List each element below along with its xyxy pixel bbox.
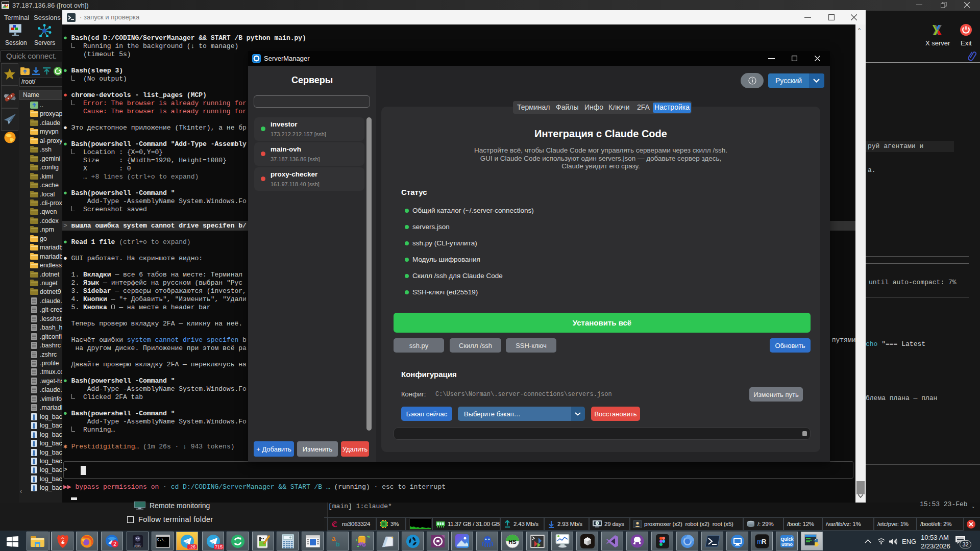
svg-text:Quick: Quick (780, 537, 794, 542)
svg-text:HS: HS (508, 539, 516, 545)
svg-text:FURY: FURY (134, 545, 141, 548)
svg-text:b: b (336, 540, 340, 548)
svg-text:utmo: utmo (781, 542, 793, 547)
svg-text:C:\_: C:\_ (157, 538, 166, 542)
svg-text:2: 2 (113, 541, 116, 547)
svg-text:a: a (332, 535, 336, 542)
svg-text:R: R (762, 538, 767, 545)
